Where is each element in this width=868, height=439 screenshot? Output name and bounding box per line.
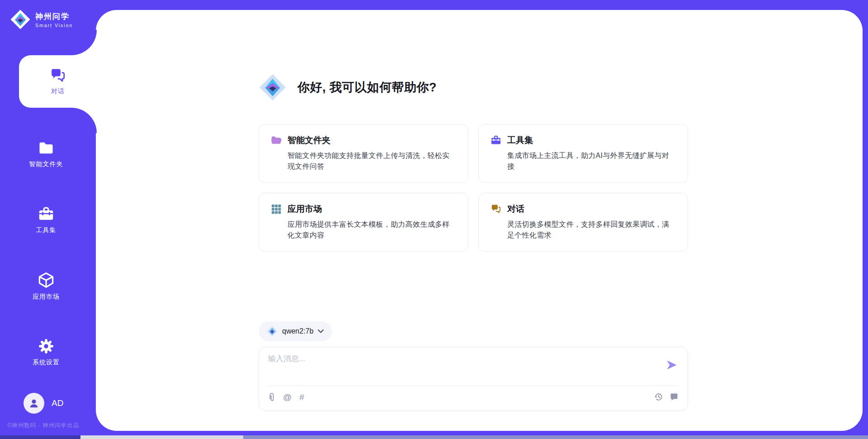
card-app-market[interactable]: 应用市场 应用市场提供丰富长文本模板，助力高效生成多样化文章内容 — [259, 193, 468, 252]
sidebar-item-smart-folder[interactable]: 智能文件夹 — [14, 132, 79, 176]
model-selector[interactable]: qwen2:7b — [259, 321, 332, 341]
folder-icon — [38, 140, 54, 156]
send-icon — [665, 359, 678, 372]
person-icon — [28, 397, 40, 409]
copyright-text: ©神州数码 · 神州问学出品 — [7, 422, 79, 429]
mention-button[interactable]: @ — [283, 392, 292, 402]
attachment-icon — [268, 392, 275, 402]
tab-curve-top — [71, 30, 97, 55]
sidebar-item-label: 系统设置 — [33, 358, 60, 367]
quick-reply-button[interactable] — [670, 392, 679, 401]
chat-icon — [50, 67, 66, 84]
card-toolset[interactable]: 工具集 集成市场上主流工具，助力AI与外界无缝扩展与对接 — [478, 124, 688, 183]
quick-reply-icon — [670, 392, 679, 401]
horizontal-scrollbar — [0, 435, 868, 439]
card-title: 智能文件夹 — [288, 134, 330, 146]
card-smart-folder[interactable]: 智能文件夹 智能文件夹功能支持批量文件上传与清洗，轻松实现文件问答 — [259, 124, 468, 183]
attachment-button[interactable] — [268, 392, 275, 402]
diamond-logo-icon — [259, 73, 287, 101]
history-button[interactable] — [654, 392, 663, 401]
sidebar: 神州问学 Smart Vision 对话 智能文件夹 工具集 — [0, 0, 96, 439]
hashtag-button[interactable]: # — [299, 392, 304, 402]
sidebar-item-label: 工具集 — [36, 226, 57, 234]
tab-curve-bottom — [71, 108, 97, 133]
model-name: qwen2:7b — [282, 327, 313, 335]
composer-tools-left: @ # — [268, 392, 304, 402]
diamond-logo-icon — [267, 326, 278, 337]
history-icon — [654, 392, 663, 401]
mention-icon: @ — [283, 392, 292, 402]
user-account[interactable]: AD — [24, 393, 63, 414]
greeting-title: 你好, 我可以如何帮助你? — [297, 79, 437, 95]
card-description: 应用市场提供丰富长文本模板，助力高效生成多样化文章内容 — [288, 219, 456, 241]
toolbox-icon — [38, 206, 54, 222]
chevron-down-icon — [318, 329, 324, 333]
diamond-logo-icon — [10, 9, 31, 30]
composer-tools-right — [654, 392, 679, 401]
sidebar-item-settings[interactable]: 系统设置 — [14, 330, 79, 374]
card-description: 智能文件夹功能支持批量文件上传与清洗，轻松实现文件问答 — [288, 150, 456, 172]
card-title: 应用市场 — [288, 203, 322, 215]
cube-icon — [38, 272, 55, 289]
card-title: 对话 — [507, 203, 524, 215]
scrollbar-left-segment — [0, 435, 80, 439]
scrollbar-thumb[interactable] — [80, 435, 243, 439]
sidebar-item-toolset[interactable]: 工具集 — [14, 198, 79, 242]
feature-cards: 智能文件夹 智能文件夹功能支持批量文件上传与清洗，轻松实现文件问答 工具集 集成… — [259, 124, 688, 252]
sidebar-item-label: 应用市场 — [33, 293, 60, 301]
composer-divider — [268, 386, 679, 386]
chat-icon — [491, 204, 501, 215]
brand-subtitle: Smart Vision — [35, 23, 73, 28]
grid-icon — [271, 204, 282, 215]
card-description: 集成市场上主流工具，助力AI与外界无缝扩展与对接 — [507, 150, 676, 172]
user-name: AD — [52, 398, 63, 408]
brand-name: 神州问学 — [35, 11, 73, 22]
gear-icon — [38, 338, 54, 354]
sidebar-item-chat[interactable]: 对话 — [19, 55, 97, 108]
toolbox-icon — [491, 135, 501, 146]
avatar — [24, 393, 44, 414]
send-button[interactable] — [665, 359, 679, 372]
card-description: 灵活切换多模型文件，支持多样回复效果调试，满足个性化需求 — [507, 219, 676, 241]
greeting: 你好, 我可以如何帮助你? — [259, 73, 437, 101]
card-title: 工具集 — [507, 134, 533, 146]
folder-open-icon — [271, 135, 282, 146]
sidebar-item-app-market[interactable]: 应用市场 — [14, 264, 79, 308]
message-input[interactable] — [268, 353, 648, 383]
main-panel: 你好, 我可以如何帮助你? 智能文件夹 智能文件夹功能支持批量文件上传与清洗，轻… — [96, 10, 863, 431]
brand-logo: 神州问学 Smart Vision — [10, 9, 73, 30]
message-composer: @ # — [259, 347, 688, 411]
card-chat[interactable]: 对话 灵活切换多模型文件，支持多样回复效果调试，满足个性化需求 — [478, 193, 688, 252]
sidebar-item-label: 对话 — [51, 87, 65, 95]
hashtag-icon: # — [299, 392, 304, 402]
sidebar-item-label: 智能文件夹 — [29, 160, 63, 168]
